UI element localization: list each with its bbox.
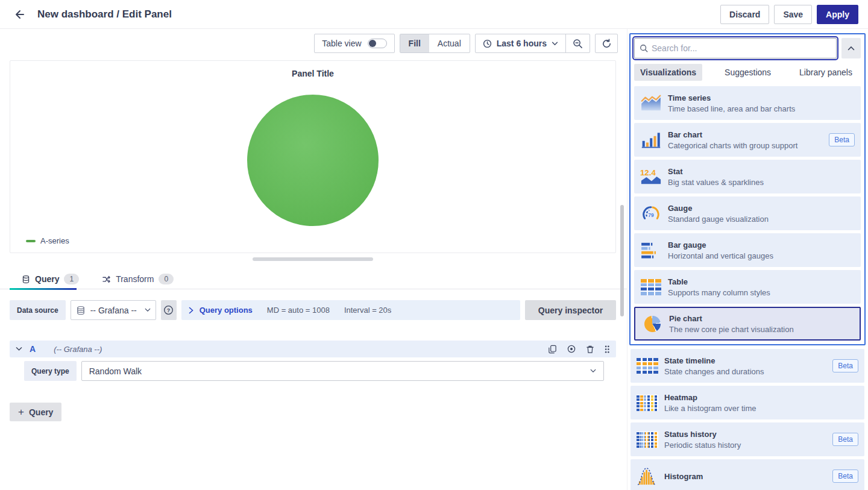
viz-item-text: Pie chart The new core pie chart visuali… <box>669 314 794 334</box>
viz-item-title: Heatmap <box>664 393 756 402</box>
viz-item-description: Standard gauge visualization <box>668 215 769 224</box>
scrollbar-thumb[interactable] <box>620 205 624 316</box>
viz-item-gauge[interactable]: 79 Gauge Standard gauge visualization <box>634 196 861 230</box>
panel-toolbar: Table view Fill Actual Last 6 hours <box>314 34 618 53</box>
tab-library-panels[interactable]: Library panels <box>793 64 858 81</box>
back-button[interactable] <box>10 5 29 24</box>
viz-item-text: Table Supports many column styles <box>668 277 770 297</box>
viz-item-title: Bar chart <box>668 130 797 139</box>
viz-item-text: Heatmap Like a histogram over time <box>664 393 756 413</box>
help-icon: ? <box>163 305 174 315</box>
viz-item-title: Bar gauge <box>668 240 773 250</box>
grafana-edit-panel: New dashboard / Edit Panel Discard Save … <box>0 0 868 490</box>
time-range-label: Last 6 hours <box>497 39 547 48</box>
collapse-picker-button[interactable] <box>841 38 861 58</box>
tab-query-label: Query <box>35 274 59 284</box>
tab-query[interactable]: Query 1 <box>16 269 85 289</box>
viz-item-text: Bar gauge Horizontal and vertical gauges <box>668 240 773 260</box>
table-view-label: Table view <box>315 39 367 48</box>
beta-badge: Beta <box>832 433 858 446</box>
viz-item-title: Histogram <box>664 472 703 481</box>
viz-search-input[interactable] <box>652 43 831 53</box>
viz-item-table[interactable]: Table Supports many column styles <box>634 270 861 304</box>
stat-icon: 12.4 <box>639 168 663 186</box>
time-range-picker[interactable]: Last 6 hours <box>476 34 565 52</box>
zoom-out-icon <box>573 39 583 49</box>
query-inspector-button[interactable]: Query inspector <box>525 300 616 320</box>
actual-mode-button[interactable]: Actual <box>429 34 470 52</box>
viz-item-text: Stat Big stat values & sparklines <box>668 167 764 187</box>
apply-button[interactable]: Apply <box>817 5 858 24</box>
tab-suggestions[interactable]: Suggestions <box>719 64 777 81</box>
viz-item-text: Histogram <box>664 472 703 481</box>
datasource-help-button[interactable]: ? <box>161 300 177 320</box>
tab-transform[interactable]: Transform 0 <box>96 269 180 289</box>
viz-item-bar-gauge[interactable]: Bar gauge Horizontal and vertical gauges <box>634 233 861 267</box>
histogram-icon <box>635 466 659 486</box>
viz-item-status-history[interactable]: Status history Periodic status history B… <box>631 422 864 456</box>
viz-item-heatmap[interactable]: Heatmap Like a histogram over time <box>631 386 864 419</box>
chevron-down-icon <box>145 308 151 312</box>
duplicate-query-button[interactable] <box>548 345 557 354</box>
pie-chart-icon <box>640 316 664 332</box>
fill-mode-button[interactable]: Fill <box>400 34 429 52</box>
query-type-label: Query type <box>24 361 77 381</box>
panel-title: Panel Title <box>10 61 615 78</box>
viz-item-text: Status history Periodic status history <box>664 430 741 450</box>
viz-picker-sidebar: Visualizations Suggestions Library panel… <box>629 33 866 490</box>
query-row-actions <box>548 345 610 354</box>
zoom-out-button[interactable] <box>565 34 590 52</box>
chevron-down-icon <box>590 369 596 373</box>
drag-query-handle[interactable] <box>604 345 610 354</box>
panel-preview: Panel Title A-series <box>10 60 616 253</box>
legend-series-label[interactable]: A-series <box>40 236 69 245</box>
hide-query-button[interactable] <box>567 345 576 353</box>
viz-item-title: Status history <box>664 430 741 439</box>
viz-item-title: Table <box>668 277 770 286</box>
beta-badge: Beta <box>832 359 858 372</box>
query-options-md: MD = auto = 1008 <box>267 306 330 315</box>
datasource-value: -- Grafana -- <box>90 306 140 315</box>
beta-badge: Beta <box>832 470 858 483</box>
query-options-expander[interactable]: Query options MD = auto = 1008 Interval … <box>181 300 520 320</box>
panel-resize-handle[interactable] <box>253 257 373 261</box>
svg-text:?: ? <box>167 307 170 313</box>
gauge-icon: 79 <box>639 204 663 222</box>
viz-item-description: The new core pie chart visualization <box>669 325 794 334</box>
viz-item-pie-chart[interactable]: Pie chart The new core pie chart visuali… <box>634 307 861 341</box>
viz-item-title: Gauge <box>668 204 769 213</box>
viz-item-text: Gauge Standard gauge visualization <box>668 204 769 224</box>
panel-legend: A-series <box>26 236 69 245</box>
viz-item-histogram[interactable]: Histogram Beta <box>631 459 864 490</box>
discard-button[interactable]: Discard <box>720 5 769 24</box>
legend-swatch[interactable] <box>26 240 36 242</box>
query-refid[interactable]: A <box>30 344 36 354</box>
resize-row <box>10 257 616 262</box>
refresh-button[interactable] <box>595 34 618 53</box>
query-row-a-header[interactable]: A (-- Grafana --) <box>10 341 616 357</box>
viz-item-state-timeline[interactable]: State timeline State changes and duratio… <box>631 349 864 383</box>
tab-visualizations[interactable]: Visualizations <box>634 64 702 81</box>
delete-query-button[interactable] <box>586 345 594 354</box>
add-query-label: Query <box>29 407 53 417</box>
table-view-toggle[interactable] <box>368 39 387 48</box>
save-button[interactable]: Save <box>774 5 812 24</box>
query-options-label: Query options <box>200 306 253 315</box>
bar-gauge-icon <box>639 242 663 259</box>
add-query-button[interactable]: + Query <box>10 403 61 421</box>
page-title: New dashboard / Edit Panel <box>37 8 172 20</box>
chevron-down-icon[interactable] <box>16 347 22 351</box>
search-icon <box>640 44 648 52</box>
arrow-left-icon <box>13 8 25 20</box>
query-type-select[interactable]: Random Walk <box>81 361 604 381</box>
eye-icon <box>567 345 576 353</box>
viz-item-bar-chart[interactable]: Bar chart Categorical charts with group … <box>634 123 861 157</box>
datasource-select[interactable]: -- Grafana -- <box>71 300 156 320</box>
viz-item-description: Supports many column styles <box>668 288 770 297</box>
viz-item-time-series[interactable]: Time series Time based line, area and ba… <box>634 86 861 120</box>
viz-item-stat[interactable]: 12.4 Stat Big stat values & sparklines <box>634 160 861 193</box>
datasource-row: Data source -- Grafana -- ? Query option… <box>10 300 616 320</box>
chevron-down-icon <box>552 42 558 46</box>
viz-picker-tabs: Visualizations Suggestions Library panel… <box>634 63 861 81</box>
panel-edit-area: Table view Fill Actual Last 6 hours <box>0 29 627 490</box>
